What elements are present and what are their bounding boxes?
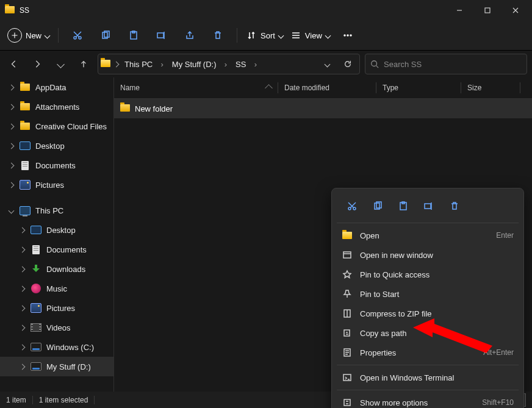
status-selected-count: 1 item selected (39, 396, 88, 404)
maximize-button[interactable] (473, 1, 501, 20)
ctx-pin-quick[interactable]: Pin to Quick access (336, 265, 520, 284)
address-bar[interactable]: This PC › My Stuff (D:) › SS › (98, 54, 360, 74)
up-button[interactable] (74, 55, 93, 73)
share-icon (184, 30, 195, 41)
column-headers: Name Date modified Type Size (114, 77, 532, 99)
forward-button[interactable] (28, 55, 46, 73)
ctx-pin-start[interactable]: Pin to Start (336, 284, 520, 304)
sidebar-item-thispc[interactable]: This PC (0, 201, 113, 220)
search-placeholder: Search SS (384, 60, 422, 69)
column-type[interactable]: Type (376, 84, 461, 92)
column-name[interactable]: Name (114, 84, 278, 92)
folder-icon (120, 104, 130, 113)
sidebar-item-pictures[interactable]: Pictures (0, 298, 113, 318)
svg-point-9 (347, 35, 348, 36)
view-button[interactable]: View (287, 25, 334, 46)
sidebar-item-creative-cloud-files[interactable]: Creative Cloud Files (0, 116, 113, 136)
svg-rect-7 (157, 33, 164, 38)
breadcrumb-thispc[interactable]: This PC › (122, 60, 166, 69)
ctx-cut-button[interactable] (340, 196, 364, 217)
sort-button[interactable]: Sort (242, 25, 287, 46)
paste-icon (128, 30, 139, 41)
command-bar: New Sort View (0, 21, 532, 51)
sidebar-item-windows-c-[interactable]: Windows (C:) (0, 337, 113, 357)
chevron-down-icon (45, 32, 51, 38)
breadcrumb-drive[interactable]: My Stuff (D:) › (170, 60, 229, 69)
window-title: SS (20, 6, 29, 15)
context-menu: Open Enter Open in new window Pin to Qui… (331, 188, 524, 408)
star-icon (342, 270, 353, 279)
cut-button[interactable] (63, 25, 92, 46)
copy-button[interactable] (92, 25, 120, 46)
chevron-down-icon (325, 32, 331, 38)
sidebar-item-documents[interactable]: Documents (0, 240, 113, 259)
ctx-open[interactable]: Open Enter (336, 226, 520, 245)
share-button[interactable] (176, 25, 204, 46)
sidebar-item-pictures[interactable]: Pictures (0, 175, 113, 195)
pin-icon (342, 289, 353, 299)
chevron-down-icon (278, 32, 284, 38)
paste-button[interactable] (120, 25, 148, 46)
more-button[interactable] (334, 25, 362, 46)
file-row-selected[interactable]: New folder (114, 99, 532, 118)
svg-point-8 (344, 35, 345, 36)
open-folder-icon (342, 232, 353, 239)
new-button[interactable]: New (5, 25, 53, 46)
ctx-open-terminal[interactable]: Open in Windows Terminal (336, 368, 520, 387)
svg-rect-18 (425, 204, 431, 209)
properties-icon (342, 348, 353, 357)
window-folder-icon (5, 6, 15, 15)
ctx-properties[interactable]: Properties Alt+Enter (336, 343, 520, 362)
trash-icon (212, 30, 223, 41)
status-item-count: 1 item (6, 396, 26, 404)
svg-rect-0 (485, 8, 490, 13)
search-box[interactable]: Search SS (365, 54, 527, 74)
ctx-open-new-window[interactable]: Open in new window (336, 245, 520, 265)
breadcrumb-folder[interactable]: SS › (233, 60, 259, 69)
navigation-bar: This PC › My Stuff (D:) › SS › Search SS (0, 51, 532, 77)
terminal-icon (342, 373, 353, 382)
ctx-rename-button[interactable] (417, 196, 440, 217)
sidebar-item-music[interactable]: Music (0, 279, 113, 298)
more-options-icon (342, 398, 353, 407)
sidebar-item-attachments[interactable]: Attachments (0, 97, 113, 116)
ctx-delete-button[interactable] (443, 196, 466, 217)
svg-rect-24 (344, 399, 350, 406)
column-date[interactable]: Date modified (278, 84, 376, 92)
recent-button[interactable] (51, 55, 70, 73)
sidebar-item-downloads[interactable]: Downloads (0, 259, 113, 279)
titlebar: SS (0, 0, 532, 21)
new-window-icon (342, 250, 353, 260)
sidebar-item-desktop[interactable]: Desktop (0, 220, 113, 240)
svg-rect-19 (343, 252, 351, 258)
zip-icon (342, 309, 353, 318)
sidebar-item-videos[interactable]: Videos (0, 318, 113, 337)
ctx-paste-button[interactable] (392, 196, 415, 217)
ctx-copy-button[interactable] (366, 196, 389, 217)
column-size[interactable]: Size (461, 84, 520, 92)
rename-button[interactable] (148, 25, 176, 46)
ctx-show-more[interactable]: Show more options Shift+F10 (336, 393, 520, 408)
sidebar-item-desktop[interactable]: Desktop (0, 136, 113, 156)
sidebar-item-appdata[interactable]: AppData (0, 77, 113, 97)
sort-asc-icon (265, 84, 273, 92)
svg-rect-23 (343, 374, 351, 381)
copy-icon (100, 30, 111, 41)
svg-point-10 (350, 35, 351, 36)
svg-point-11 (372, 61, 377, 66)
sidebar-item-my-stuff-d-[interactable]: My Stuff (D:) (0, 357, 113, 376)
address-history-button[interactable] (318, 55, 336, 73)
sidebar-item-documents[interactable]: Documents (0, 156, 113, 175)
rename-icon (156, 30, 167, 41)
ctx-compress[interactable]: Compress to ZIP file (336, 304, 520, 323)
close-button[interactable] (501, 1, 530, 20)
navigation-pane: AppDataAttachmentsCreative Cloud FilesDe… (0, 77, 114, 392)
view-icon (290, 30, 301, 41)
refresh-button[interactable] (339, 55, 357, 73)
back-button[interactable] (5, 55, 23, 73)
minimize-button[interactable] (445, 1, 473, 20)
delete-button[interactable] (204, 25, 232, 46)
svg-rect-21 (344, 330, 350, 336)
pc-icon (20, 206, 31, 215)
ctx-copy-path[interactable]: Copy as path (336, 323, 520, 343)
